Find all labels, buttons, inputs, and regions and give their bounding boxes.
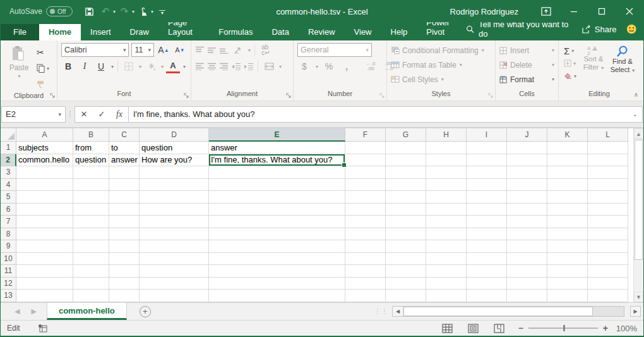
cell-C2[interactable]: answer [109, 154, 140, 167]
cell-E3[interactable] [209, 166, 345, 179]
cell-L4[interactable] [588, 179, 628, 192]
cell-A4[interactable] [16, 179, 73, 192]
copy-button[interactable]: ▾ [35, 61, 51, 75]
ribbon-tab-help[interactable]: Help [381, 24, 417, 40]
column-header-J[interactable]: J [507, 128, 547, 142]
cell-D3[interactable] [140, 166, 209, 179]
prev-sheet-icon[interactable]: ◀ [15, 307, 20, 316]
cell-F1[interactable] [345, 142, 386, 154]
user-name[interactable]: Rodrigo Rodriguez [450, 7, 518, 16]
cell-H3[interactable] [426, 166, 467, 179]
cell-J12[interactable] [507, 278, 547, 290]
cell-B9[interactable] [73, 240, 109, 253]
cell-G13[interactable] [386, 290, 426, 302]
scroll-left-icon[interactable]: ◀ [393, 307, 403, 316]
cell-B10[interactable] [73, 253, 109, 266]
insert-function-button[interactable]: fx [110, 109, 128, 119]
cell-G4[interactable] [386, 179, 426, 192]
cell-J7[interactable] [507, 216, 547, 228]
cell-I2[interactable] [467, 154, 507, 167]
cell-A5[interactable] [16, 191, 73, 204]
zoom-slider[interactable] [528, 328, 598, 329]
cell-B11[interactable] [73, 265, 109, 278]
cell-G5[interactable] [386, 191, 426, 204]
cell-A10[interactable] [16, 253, 73, 266]
scroll-down-icon[interactable]: ▼ [634, 291, 643, 302]
cell-B1[interactable]: from [73, 142, 109, 154]
cell-F8[interactable] [345, 228, 386, 241]
align-right-icon[interactable] [219, 63, 229, 70]
cell-H9[interactable] [426, 240, 467, 253]
column-header-H[interactable]: H [426, 128, 467, 142]
increase-decimal-button[interactable]: ←.0.00 [364, 59, 378, 73]
underline-dropdown-icon[interactable]: ▾ [111, 64, 114, 70]
increase-indent-icon[interactable] [244, 63, 254, 70]
cell-C11[interactable] [109, 265, 140, 278]
sheet-tab-active[interactable]: common-hello [47, 303, 127, 320]
cell-C1[interactable]: to [109, 142, 140, 154]
cell-J2[interactable] [507, 154, 547, 167]
cell-E6[interactable] [209, 204, 345, 216]
decrease-indent-icon[interactable] [231, 63, 241, 70]
ribbon-tab-home[interactable]: Home [39, 24, 81, 40]
borders-button[interactable] [122, 59, 136, 73]
cell-A8[interactable] [16, 228, 73, 241]
font-color-dropdown-icon[interactable]: ▾ [183, 64, 186, 70]
orientation-button[interactable] [231, 43, 245, 57]
cell-D1[interactable]: question [140, 142, 209, 154]
row-header-10[interactable]: 10 [1, 253, 16, 266]
tab-splitter-handle[interactable]: ⋮⋮ [374, 308, 388, 315]
cell-C3[interactable] [109, 166, 140, 179]
cell-K4[interactable] [547, 179, 588, 192]
row-header-6[interactable]: 6 [1, 204, 16, 216]
cell-E1[interactable]: answer [209, 142, 345, 154]
cell-B3[interactable] [73, 166, 109, 179]
cell-K12[interactable] [547, 278, 588, 290]
name-box[interactable]: E2 ▾ [1, 106, 66, 123]
borders-dropdown-icon[interactable]: ▾ [139, 64, 141, 70]
cell-J4[interactable] [507, 179, 547, 192]
macro-record-icon[interactable] [38, 324, 48, 333]
cell-C12[interactable] [109, 278, 140, 290]
cell-C5[interactable] [109, 191, 140, 204]
cell-L3[interactable] [588, 166, 628, 179]
row-header-8[interactable]: 8 [1, 228, 16, 241]
autosave-switch[interactable]: Off [46, 6, 73, 16]
cell-D9[interactable] [140, 240, 209, 253]
touch-mode-dropdown-icon[interactable]: ▾ [151, 9, 153, 15]
page-break-preview-icon[interactable] [494, 324, 504, 333]
cell-F10[interactable] [345, 253, 386, 266]
cell-L13[interactable] [588, 290, 628, 302]
align-left-icon[interactable] [195, 63, 205, 70]
autosave-toggle[interactable]: AutoSave Off [9, 6, 73, 16]
ribbon-tab-insert[interactable]: Insert [81, 24, 121, 40]
cell-D11[interactable] [140, 265, 209, 278]
row-header-9[interactable]: 9 [1, 240, 16, 253]
cell-H10[interactable] [426, 253, 467, 266]
name-box-dropdown-icon[interactable]: ▾ [58, 111, 61, 118]
cell-L9[interactable] [588, 240, 628, 253]
save-button[interactable] [81, 3, 97, 20]
cell-I7[interactable] [467, 216, 507, 228]
cell-D12[interactable] [140, 278, 209, 290]
cell-J9[interactable] [507, 240, 547, 253]
column-header-L[interactable]: L [588, 128, 628, 142]
cell-L6[interactable] [588, 204, 628, 216]
font-name-select[interactable]: Calibri▾ [61, 43, 129, 57]
cell-G7[interactable] [386, 216, 426, 228]
cell-D5[interactable] [140, 191, 209, 204]
cell-H4[interactable] [426, 179, 467, 192]
cell-H5[interactable] [426, 191, 467, 204]
column-header-G[interactable]: G [386, 128, 426, 142]
cell-D4[interactable] [140, 179, 209, 192]
touch-mode-button[interactable] [136, 3, 151, 20]
cell-H1[interactable] [426, 142, 467, 154]
horizontal-scrollbar[interactable]: ◀ [392, 306, 624, 317]
cell-B8[interactable] [73, 228, 109, 241]
cell-G9[interactable] [386, 240, 426, 253]
shrink-font-button[interactable]: A▼ [173, 43, 187, 57]
scroll-right-icon[interactable]: ▶ [630, 306, 641, 317]
cell-J3[interactable] [507, 166, 547, 179]
cell-G12[interactable] [386, 278, 426, 290]
column-header-F[interactable]: F [345, 128, 386, 142]
